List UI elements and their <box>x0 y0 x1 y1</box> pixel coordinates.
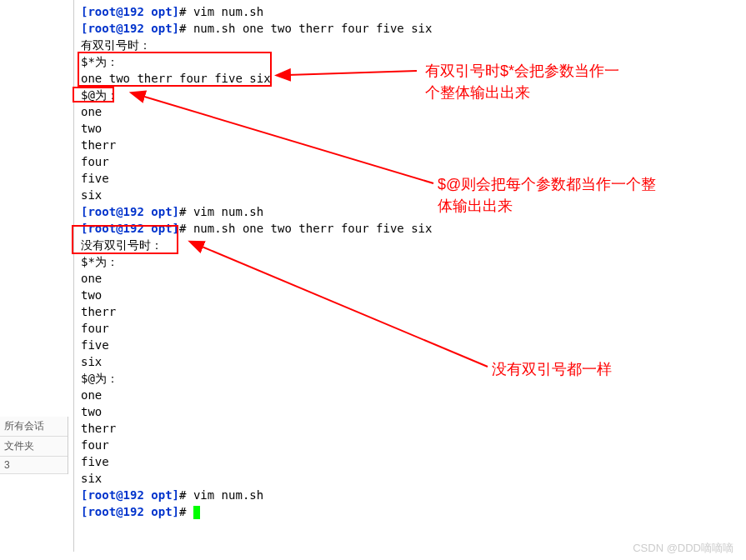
terminal-line: $@为： <box>81 370 739 387</box>
prompt-dir: opt] <box>151 205 179 218</box>
watermark: CSDN @DDD嘀嘀嘀 <box>633 541 733 556</box>
prompt-hash: # <box>179 22 193 35</box>
terminal-line: two <box>81 120 739 137</box>
terminal-line: 没有双引号时： <box>81 237 739 253</box>
terminal-line: four <box>81 153 739 170</box>
terminal-line: one <box>81 387 739 403</box>
terminal-line: therr <box>81 303 739 320</box>
session-sidebar: 所有会话 文件夹 3 <box>0 417 68 474</box>
output-text: four <box>81 322 109 335</box>
prompt-hash: # <box>179 5 193 18</box>
terminal-line: $*为： <box>81 53 739 70</box>
terminal-line: two <box>81 403 739 420</box>
output-text: $*为： <box>81 55 118 68</box>
prompt-hash: # <box>179 205 193 218</box>
terminal-line: [root@192 opt]# <box>81 503 739 520</box>
terminal-line: $*为： <box>81 253 739 270</box>
sidebar-folder[interactable]: 文件夹 <box>0 437 68 457</box>
output-text: four <box>81 438 109 452</box>
output-text: therr <box>81 422 116 435</box>
terminal-line: one <box>81 270 739 287</box>
prompt-hash: # <box>179 488 193 502</box>
output-text: 没有双引号时： <box>81 238 163 252</box>
output-text: $*为： <box>81 255 118 268</box>
prompt-hash: # <box>179 222 193 235</box>
output-text: one <box>81 388 102 402</box>
command-text: num.sh one two therr four five six <box>193 22 433 35</box>
output-text: two <box>81 405 102 418</box>
prompt-user: [root@192 <box>81 505 151 518</box>
terminal-line: [root@192 opt]# num.sh one two therr fou… <box>81 220 739 237</box>
terminal-line: six <box>81 187 739 203</box>
terminal-line: 有双引号时： <box>81 37 739 53</box>
prompt-user: [root@192 <box>81 205 151 218</box>
command-text: num.sh one two therr four five six <box>193 222 433 235</box>
prompt-dir: opt] <box>151 488 179 502</box>
terminal-line: five <box>81 337 739 353</box>
output-text: six <box>81 472 102 485</box>
terminal-line: therr <box>81 137 739 153</box>
terminal-line: four <box>81 320 739 337</box>
output-text: 有双引号时： <box>81 38 151 52</box>
terminal-line: [root@192 opt]# vim num.sh <box>81 3 739 20</box>
output-text: $@为： <box>81 372 118 385</box>
prompt-dir: opt] <box>151 22 179 35</box>
prompt-user: [root@192 <box>81 222 151 235</box>
command-text: vim num.sh <box>193 5 263 18</box>
output-text: five <box>81 172 109 185</box>
prompt-dir: opt] <box>151 222 179 235</box>
prompt-user: [root@192 <box>81 5 151 18</box>
terminal-line: $@为： <box>81 87 739 103</box>
sidebar-item-3[interactable]: 3 <box>0 457 68 474</box>
output-text: two <box>81 122 102 135</box>
prompt-dir: opt] <box>151 5 179 18</box>
output-text: one <box>81 272 102 285</box>
terminal-line: [root@192 opt]# vim num.sh <box>81 487 739 503</box>
command-text: vim num.sh <box>193 488 263 502</box>
output-text: one two therr four five six <box>81 72 271 85</box>
output-text: six <box>81 188 102 202</box>
output-text: four <box>81 155 109 168</box>
output-text: one <box>81 105 102 118</box>
output-text: five <box>81 338 109 352</box>
terminal-line: four <box>81 437 739 453</box>
output-text: therr <box>81 305 116 318</box>
terminal-line: therr <box>81 420 739 437</box>
prompt-hash: # <box>179 505 193 518</box>
terminal-line: [root@192 opt]# num.sh one two therr fou… <box>81 20 739 37</box>
terminal-line: one two therr four five six <box>81 70 739 87</box>
output-text: six <box>81 355 102 368</box>
output-text: five <box>81 455 109 468</box>
prompt-user: [root@192 <box>81 488 151 502</box>
sidebar-all-sessions[interactable]: 所有会话 <box>0 417 68 437</box>
terminal-line: [root@192 opt]# vim num.sh <box>81 203 739 220</box>
terminal-output[interactable]: [root@192 opt]# vim num.sh[root@192 opt]… <box>73 0 746 552</box>
terminal-line: five <box>81 170 739 187</box>
terminal-line: six <box>81 470 739 487</box>
terminal-line: six <box>81 353 739 370</box>
output-text: therr <box>81 138 116 152</box>
terminal-line: two <box>81 287 739 303</box>
command-text: vim num.sh <box>193 205 263 218</box>
terminal-line: five <box>81 453 739 470</box>
prompt-user: [root@192 <box>81 22 151 35</box>
output-text: two <box>81 288 102 302</box>
cursor <box>193 506 200 519</box>
output-text: $@为： <box>81 88 118 102</box>
prompt-dir: opt] <box>151 505 179 518</box>
terminal-line: one <box>81 103 739 120</box>
